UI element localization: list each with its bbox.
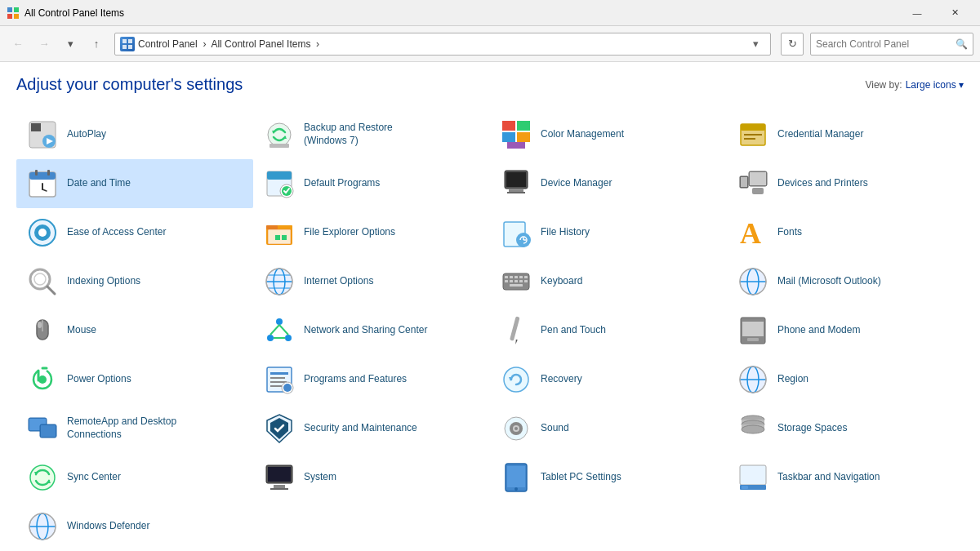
grid-item-backup[interactable]: Backup and Restore (Windows 7) xyxy=(253,110,490,159)
grid-item-keyboard[interactable]: Keyboard xyxy=(490,257,727,306)
grid-item-default-progs[interactable]: Default Programs xyxy=(253,159,490,208)
up-button[interactable]: ↑ xyxy=(85,33,108,56)
item-icon-network xyxy=(263,314,296,347)
refresh-button[interactable]: ↻ xyxy=(781,33,804,56)
grid-item-datetime[interactable]: Date and Time xyxy=(16,159,253,208)
item-label-sound: Sound xyxy=(541,422,569,435)
grid-item-storage[interactable]: Storage Spaces xyxy=(727,404,964,453)
item-icon-color-mgmt xyxy=(500,118,532,151)
search-input[interactable] xyxy=(816,38,956,50)
address-bar: Control Panel › All Control Panel Items … xyxy=(114,33,771,56)
item-label-mouse: Mouse xyxy=(67,324,96,337)
grid-item-color-mgmt[interactable]: Color Management xyxy=(490,110,727,159)
svg-text:A: A xyxy=(740,217,761,248)
item-label-phone: Phone and Modem xyxy=(777,324,860,337)
close-button[interactable]: ✕ xyxy=(936,0,973,26)
svg-rect-114 xyxy=(41,425,56,437)
grid-item-file-history[interactable]: File History xyxy=(490,208,727,257)
item-label-sync: Sync Center xyxy=(67,471,121,484)
item-icon-pen xyxy=(500,314,532,347)
item-label-tablet: Tablet PC Settings xyxy=(541,471,621,484)
grid-item-taskbar[interactable]: Taskbar and Navigation xyxy=(727,453,964,502)
item-icon-mail xyxy=(737,265,769,298)
grid-item-credential[interactable]: Credential Manager xyxy=(727,110,964,159)
grid-item-pen[interactable]: Pen and Touch xyxy=(490,306,727,355)
item-label-device-mgr: Device Manager xyxy=(541,177,612,190)
svg-rect-130 xyxy=(268,467,291,482)
item-icon-region xyxy=(737,363,769,396)
recent-locations-button[interactable]: ▾ xyxy=(59,33,82,56)
grid-item-windows-defender[interactable]: Windows Defender xyxy=(16,502,253,551)
svg-point-86 xyxy=(276,318,283,325)
title-bar: All Control Panel Items — ✕ xyxy=(0,0,980,26)
item-label-datetime: Date and Time xyxy=(67,177,131,190)
item-icon-security xyxy=(263,412,296,445)
svg-rect-68 xyxy=(505,276,508,278)
grid-item-indexing[interactable]: Indexing Options xyxy=(16,257,253,306)
svg-rect-36 xyxy=(506,172,526,187)
minimize-button[interactable]: — xyxy=(898,0,936,26)
grid-item-internet[interactable]: Internet Options xyxy=(253,257,490,306)
grid-item-network[interactable]: Network and Sharing Center xyxy=(253,306,490,355)
svg-rect-72 xyxy=(524,276,528,278)
svg-rect-27 xyxy=(35,170,38,176)
item-label-mail: Mail (Microsoft Outlook) xyxy=(777,275,881,288)
svg-rect-49 xyxy=(278,225,292,229)
svg-marker-93 xyxy=(514,340,517,344)
grid-item-mouse[interactable]: Mouse xyxy=(16,306,253,355)
grid-item-sync[interactable]: Sync Center xyxy=(16,453,253,502)
search-box[interactable]: 🔍 xyxy=(810,33,973,56)
svg-rect-131 xyxy=(274,485,285,488)
svg-rect-136 xyxy=(740,465,766,485)
back-button[interactable]: ← xyxy=(7,33,29,56)
svg-rect-18 xyxy=(502,132,515,142)
grid-item-autoplay[interactable]: AutoPlay xyxy=(16,110,253,159)
svg-point-120 xyxy=(514,427,518,430)
grid-item-devices[interactable]: Devices and Printers xyxy=(727,159,964,208)
view-by-dropdown[interactable]: Large icons ▾ xyxy=(906,79,964,91)
grid-item-power[interactable]: Power Options xyxy=(16,355,253,404)
content-area: Adjust your computer's settings View by:… xyxy=(0,62,980,551)
grid-item-security[interactable]: Security and Maintenance xyxy=(253,404,490,453)
page-title: Adjust your computer's settings xyxy=(16,75,243,94)
item-label-storage: Storage Spaces xyxy=(777,422,847,435)
svg-point-135 xyxy=(514,487,518,491)
item-label-region: Region xyxy=(777,373,808,386)
search-icon: 🔍 xyxy=(956,38,968,50)
svg-rect-40 xyxy=(750,172,766,185)
svg-rect-4 xyxy=(122,39,127,43)
grid-item-remote[interactable]: RemoteApp and Desktop Connections xyxy=(16,404,253,453)
grid-item-fonts[interactable]: AFonts xyxy=(727,208,964,257)
item-label-internet: Internet Options xyxy=(304,275,373,288)
item-icon-system xyxy=(263,461,296,494)
item-icon-file-explorer xyxy=(263,216,296,249)
svg-rect-52 xyxy=(282,235,287,240)
grid-item-tablet[interactable]: Tablet PC Settings xyxy=(490,453,727,502)
grid-item-recovery[interactable]: Recovery xyxy=(490,355,727,404)
grid-item-file-explorer[interactable]: File Explorer Options xyxy=(253,208,490,257)
item-icon-file-history xyxy=(500,216,532,249)
grid-item-sound[interactable]: Sound xyxy=(490,404,727,453)
item-icon-storage xyxy=(737,412,769,445)
grid-item-region[interactable]: Region xyxy=(727,355,964,404)
grid-item-programs[interactable]: Programs and Features xyxy=(253,355,490,404)
svg-rect-28 xyxy=(47,170,50,176)
svg-point-12 xyxy=(268,123,291,146)
titlebar-icon xyxy=(7,7,20,20)
svg-rect-102 xyxy=(270,385,282,387)
grid-item-device-mgr[interactable]: Device Manager xyxy=(490,159,727,208)
svg-rect-38 xyxy=(507,192,525,193)
grid-item-system[interactable]: System xyxy=(253,453,490,502)
svg-rect-26 xyxy=(29,172,56,180)
grid-item-phone[interactable]: Phone and Modem xyxy=(727,306,964,355)
grid-item-ease[interactable]: Ease of Access Center xyxy=(16,208,253,257)
address-dropdown[interactable]: ▾ xyxy=(746,33,765,56)
item-icon-sound xyxy=(500,412,532,445)
item-icon-recovery xyxy=(500,363,532,396)
forward-button[interactable]: → xyxy=(33,33,56,56)
svg-rect-0 xyxy=(7,7,12,12)
grid-item-mail[interactable]: Mail (Microsoft Outlook) xyxy=(727,257,964,306)
item-label-backup: Backup and Restore (Windows 7) xyxy=(304,122,393,147)
item-label-remote: RemoteApp and Desktop Connections xyxy=(67,415,176,441)
item-label-system: System xyxy=(304,471,336,484)
